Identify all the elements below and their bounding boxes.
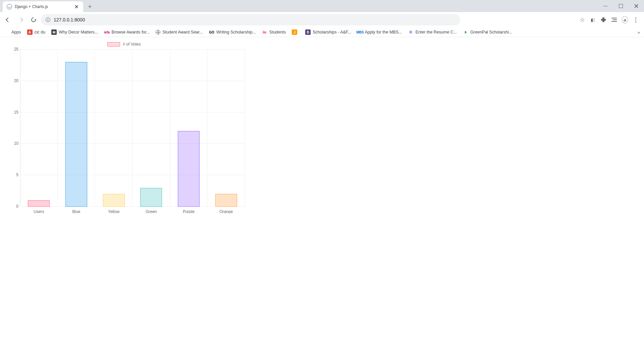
new-tab-button[interactable]: + xyxy=(85,2,95,11)
bookmarks-bar: AppsAcic du✉Why Decor Matters...iefaBrow… xyxy=(0,27,644,37)
y-tick-label: 20 xyxy=(10,78,18,83)
window-controls xyxy=(598,0,644,12)
bookmark-label: Student Award Sear... xyxy=(162,30,203,34)
bookmark-favicon: R xyxy=(408,29,414,35)
bar-slot: Yellow xyxy=(95,49,132,207)
bookmark-label: Scholarships - A&F... xyxy=(313,30,351,34)
y-tick-label: 10 xyxy=(10,141,18,146)
bar[interactable] xyxy=(103,194,125,207)
bookmark-favicon: ❥ xyxy=(463,29,468,35)
bookmark-label: GreenPal Scholarshi... xyxy=(470,30,512,34)
x-tick-label: Purple xyxy=(170,209,208,213)
bookmark-star-icon[interactable]: ☆ xyxy=(580,16,585,23)
legend-swatch xyxy=(107,42,120,47)
tab-bar: Django + Charts.js + xyxy=(0,0,644,12)
reading-list-icon[interactable] xyxy=(611,17,617,23)
bar-slot: Green xyxy=(132,49,170,207)
bookmark-item[interactable]: Student Award Sear... xyxy=(156,30,203,34)
bookmark-item[interactable]: Acic du xyxy=(27,29,46,35)
browser-tab[interactable]: Django + Charts.js xyxy=(3,1,83,12)
bookmark-label: Students xyxy=(269,30,286,34)
legend-label: # of Votes xyxy=(123,42,141,47)
forward-button[interactable] xyxy=(15,14,26,25)
x-tick-label: Yellow xyxy=(95,209,132,213)
bar[interactable] xyxy=(65,62,87,207)
y-tick-label: 15 xyxy=(10,110,18,115)
bookmark-label: Browse Awards for... xyxy=(112,30,150,34)
bar-slot: Purple xyxy=(170,49,208,207)
address-bar[interactable]: i 127.0.0.1:8000 xyxy=(41,14,460,25)
toolbar: i 127.0.0.1:8000 ☆ ◧ a xyxy=(0,12,644,27)
save-page-icon[interactable]: ◧ xyxy=(590,17,596,23)
extensions-icon[interactable] xyxy=(600,17,606,23)
maximize-button[interactable] xyxy=(613,0,629,12)
bookmark-favicon: J xyxy=(292,29,297,35)
bookmark-label: cic du xyxy=(35,30,46,34)
close-window-button[interactable] xyxy=(629,0,644,12)
bar-slot: Blue xyxy=(58,49,95,207)
bookmark-label: Enter the Resume C... xyxy=(416,30,457,34)
bookmark-favicon: B xyxy=(305,29,311,35)
bookmark-favicon: MBS xyxy=(358,29,363,35)
close-tab-icon[interactable] xyxy=(74,4,79,9)
menu-button[interactable] xyxy=(633,17,639,23)
chart-legend[interactable]: # of Votes xyxy=(3,41,245,49)
bookmark-favicon xyxy=(4,29,9,35)
x-tick-label: Orange xyxy=(207,209,245,213)
bookmark-item[interactable]: ❥GreenPal Scholarshi... xyxy=(463,29,512,35)
y-tick-label: 0 xyxy=(10,204,18,209)
tab-title: Django + Charts.js xyxy=(15,4,71,9)
bar[interactable] xyxy=(140,188,162,207)
bar-slot: Orange xyxy=(207,49,245,207)
bookmark-item[interactable]: ✉Why Decor Matters... xyxy=(51,29,98,35)
y-tick-label: 25 xyxy=(10,47,18,52)
bookmark-item[interactable]: GOWriting Scholarship... xyxy=(209,29,256,35)
browser-chrome: Django + Charts.js + i 127.0.0.1:8000 ☆ … xyxy=(0,0,644,37)
bookmark-item[interactable]: REnter the Resume C... xyxy=(408,29,457,35)
toolbar-right: ☆ ◧ a xyxy=(580,16,641,23)
bookmark-label: Apps xyxy=(11,30,21,34)
chart: # of Votes 0510152025 UsersBlueYellowGre… xyxy=(3,41,245,213)
bookmark-favicon: iefa xyxy=(104,29,110,35)
page-content: # of Votes 0510152025 UsersBlueYellowGre… xyxy=(0,37,644,213)
arrow-left-icon xyxy=(6,17,10,22)
arrow-right-icon xyxy=(18,17,23,22)
bar[interactable] xyxy=(215,194,237,207)
bar-slot: Users xyxy=(20,49,58,207)
site-info-icon[interactable]: i xyxy=(46,17,50,22)
x-tick-label: Blue xyxy=(58,209,95,213)
bookmark-favicon: ✉ xyxy=(51,29,57,35)
x-tick-label: Users xyxy=(20,209,58,213)
bookmark-favicon xyxy=(156,30,160,34)
bar[interactable] xyxy=(178,131,200,207)
bookmark-item[interactable]: Apps xyxy=(4,29,21,35)
globe-icon xyxy=(7,4,12,9)
minimize-button[interactable] xyxy=(598,0,613,12)
bookmark-favicon: ïie xyxy=(262,29,267,35)
y-tick-label: 5 xyxy=(10,172,18,177)
bookmark-item[interactable]: J xyxy=(292,29,299,35)
reload-button[interactable] xyxy=(28,14,39,25)
bar[interactable] xyxy=(28,200,50,207)
bookmark-item[interactable]: BScholarships - A&F... xyxy=(305,29,351,35)
bookmark-label: Writing Scholarship... xyxy=(216,30,256,34)
reload-icon xyxy=(30,16,37,23)
bookmark-favicon: A xyxy=(27,29,33,35)
back-button[interactable] xyxy=(3,14,13,25)
chart-bars: UsersBlueYellowGreenPurpleOrange xyxy=(20,49,245,207)
extension-a-icon[interactable]: a xyxy=(622,17,628,23)
chart-plot: 0510152025 UsersBlueYellowGreenPurpleOra… xyxy=(20,49,245,213)
bookmark-item[interactable]: iefaBrowse Awards for... xyxy=(104,29,150,35)
url-text: 127.0.0.1:8000 xyxy=(54,17,85,22)
bookmark-item[interactable]: MBSApply for the MBS... xyxy=(358,29,402,35)
bookmark-favicon: GO xyxy=(209,29,214,35)
bookmark-label: Why Decor Matters... xyxy=(59,30,98,34)
bookmark-label: Apply for the MBS... xyxy=(365,30,402,34)
x-tick-label: Green xyxy=(132,209,170,213)
bookmark-item[interactable]: ïieStudents xyxy=(262,29,286,35)
bookmarks-overflow-icon[interactable]: » xyxy=(638,30,640,35)
